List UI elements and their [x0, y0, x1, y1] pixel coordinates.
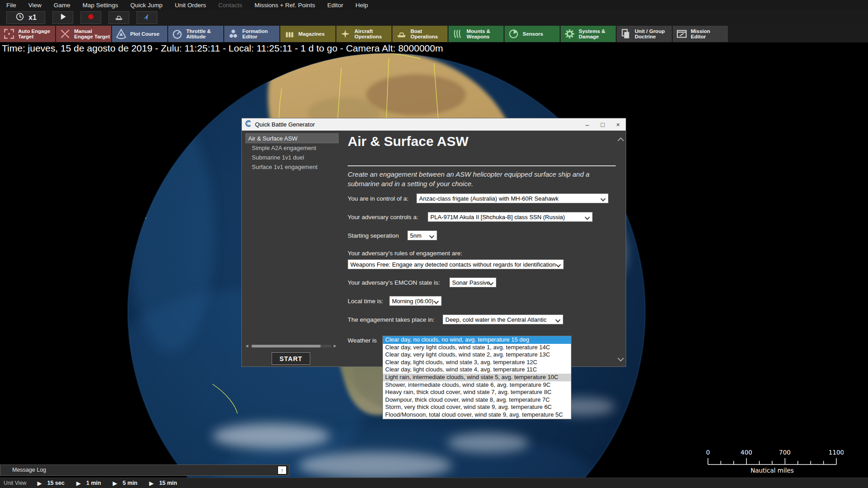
local-time-label: Local time is: [348, 298, 383, 305]
step-1min-button[interactable]: ▶ 1 min [76, 480, 101, 487]
scenario-heading: Air & Surface ASW [348, 134, 468, 149]
message-log-panel[interactable]: Message Log ↑ [0, 465, 289, 476]
mounts-weapons-icon [452, 28, 463, 40]
manual-engage-target-button[interactable]: ManualEngage Target [56, 26, 111, 42]
location-label: The engagement takes place in: [348, 316, 434, 323]
start-button[interactable]: START [272, 352, 310, 365]
bottom-bar: Unit View ▶ 15 sec ▶ 1 min ▶ 5 min ▶ 15 … [0, 478, 868, 488]
sidebar-item-submarine-duel[interactable]: Submarine 1v1 duel [245, 153, 339, 162]
plot-course-icon [115, 28, 127, 40]
adversary-label: Your adversary controls a: [348, 214, 418, 221]
weather-option[interactable]: Downpour, thick cloud cover, wind state … [383, 396, 571, 404]
throttle-altitude-button[interactable]: Throttle &Altitude [168, 26, 223, 42]
svg-text:1100: 1100 [829, 449, 844, 456]
chevron-down-icon [434, 299, 439, 304]
aircraft-operations-icon [340, 28, 351, 40]
weather-option[interactable]: Clear day, very light clouds, wind state… [383, 351, 571, 359]
weather-option[interactable]: Clear day, light clouds, wind state 3, a… [383, 359, 571, 366]
auto-engage-target-button[interactable]: Auto EngageTarget [0, 26, 55, 42]
scroll-down-icon[interactable] [618, 355, 624, 361]
horizontal-scrollbar[interactable] [251, 345, 331, 347]
map-scale: 0 400 700 1100 Nautical miles [703, 447, 844, 475]
weather-option[interactable]: Clear day, no clouds, no wind, avg. temp… [383, 336, 571, 344]
unit-group-doctrine-button[interactable]: Unit / GroupDoctrine [617, 26, 672, 42]
menu-file[interactable]: File [6, 2, 16, 9]
aircraft-operations-button[interactable]: AircraftOperations [336, 26, 392, 42]
minimize-button[interactable]: – [580, 118, 595, 131]
step-5min-button[interactable]: ▶ 5 min [113, 480, 137, 487]
mounts-weapons-button[interactable]: Mounts &Weapons [448, 26, 504, 42]
magazines-icon [283, 28, 295, 40]
svg-text:0: 0 [706, 449, 710, 456]
weather-dropdown-list: Clear day, no clouds, no wind, avg. temp… [382, 336, 571, 419]
scroll-up-icon[interactable] [618, 137, 624, 144]
roe-select[interactable]: Weapons Free: Engage any detected contac… [348, 259, 564, 269]
app-logo-icon [245, 120, 252, 129]
close-button[interactable]: × [610, 118, 626, 131]
play-button[interactable] [52, 11, 73, 24]
quick-battle-generator-dialog: Quick Battle Generator – □ × Air & Surfa… [241, 118, 626, 367]
systems-damage-button[interactable]: Systems &Damage [561, 26, 616, 42]
clock-icon [15, 12, 25, 23]
expand-log-button[interactable]: ↑ [278, 466, 287, 474]
weather-option[interactable]: Shower, intermediate clouds, wind state … [383, 381, 571, 389]
sensors-button[interactable]: Sensors [505, 26, 560, 42]
control-label: You are in control of a: [348, 195, 409, 202]
formation-editor-button[interactable]: FormationEditor [224, 26, 279, 42]
svg-text:700: 700 [779, 449, 791, 456]
scale-caption: Nautical miles [750, 467, 794, 474]
boat-operations-button[interactable]: BoatOperations [392, 26, 448, 42]
step-15min-button[interactable]: ▶ 15 min [149, 480, 177, 487]
menu-help[interactable]: Help [355, 2, 368, 9]
menu-unit-orders[interactable]: Unit Orders [175, 2, 206, 9]
sensors-icon [508, 28, 519, 40]
emcon-label: Your adversary's EMCON state is: [348, 279, 440, 286]
chevron-down-icon [556, 262, 561, 267]
scroll-left-arrow-icon[interactable]: ◀ [245, 344, 248, 348]
menu-editor[interactable]: Editor [327, 2, 343, 9]
dialog-title-bar[interactable]: Quick Battle Generator – □ × [242, 118, 626, 131]
weather-option[interactable]: Light rain, intermediate clouds, wind st… [383, 374, 571, 381]
scroll-right-arrow-icon[interactable]: ▶ [334, 344, 336, 348]
sidebar-item-simple-a2a[interactable]: Simple A2A engagement [245, 143, 339, 153]
scrollbar-thumb[interactable] [252, 345, 321, 347]
weather-option[interactable]: Clear day, light clouds, wind state 4, a… [383, 366, 571, 374]
weather-option[interactable]: Heavy rain, thick cloud cover, wind stat… [383, 389, 571, 396]
systems-damage-icon [564, 28, 576, 40]
unit-toolbar: Auto EngageTarget ManualEngage Target Pl… [0, 25, 868, 42]
menu-missions-ref-points[interactable]: Missions + Ref. Points [255, 2, 315, 9]
menu-game[interactable]: Game [54, 2, 71, 9]
record-button[interactable] [80, 11, 101, 24]
mission-editor-button[interactable]: MissionEditor [673, 26, 728, 42]
weather-option[interactable]: Storm, very thick cloud cover, wind stat… [383, 404, 571, 411]
sidebar-item-surface-engagement[interactable]: Surface 1v1 engagement [245, 162, 339, 172]
control-select[interactable]: Anzac-class frigate (Australia) with MH-… [416, 193, 609, 203]
magazines-button[interactable]: Magazines [280, 26, 335, 42]
play-step-icon: ▶ [37, 480, 42, 487]
speed-label: x1 [28, 14, 37, 22]
formation-editor-icon [227, 28, 239, 40]
adversary-select[interactable]: PLA-971M Akula II [Shchuka-B] class SSN … [428, 212, 593, 222]
up-arrow-icon: ↑ [281, 467, 284, 474]
pointer-button[interactable] [137, 11, 157, 24]
time-compression-button[interactable]: x1 [6, 11, 45, 24]
sidebar-item-air-surface-asw[interactable]: Air & Surface ASW [245, 133, 339, 143]
location-select[interactable]: Deep, cold water in the Central Atlantic [443, 314, 563, 324]
plot-course-button[interactable]: Plot Course [112, 26, 167, 42]
menu-view[interactable]: View [28, 2, 42, 9]
unit-group-doctrine-icon [620, 28, 632, 40]
local-time-select[interactable]: Morning (06:00) [389, 296, 442, 306]
unit-view-label: Unit View [4, 480, 26, 486]
separation-select[interactable]: 5nm [407, 230, 437, 240]
menu-contacts: Contacts [218, 2, 242, 9]
ship-view-button[interactable] [108, 11, 129, 24]
maximize-button[interactable]: □ [595, 118, 610, 131]
play-step-icon: ▶ [149, 480, 154, 487]
menu-map-settings[interactable]: Map Settings [83, 2, 118, 9]
weather-option[interactable]: Flood/Monsoon, total cloud cover, wind s… [383, 411, 571, 419]
emcon-select[interactable]: Sonar Passive [449, 277, 496, 287]
play-step-icon: ▶ [76, 480, 81, 487]
menu-quick-jump[interactable]: Quick Jump [130, 2, 162, 9]
weather-option[interactable]: Clear day, very light clouds, wind state… [383, 344, 571, 352]
step-15sec-button[interactable]: ▶ 15 sec [37, 480, 64, 487]
